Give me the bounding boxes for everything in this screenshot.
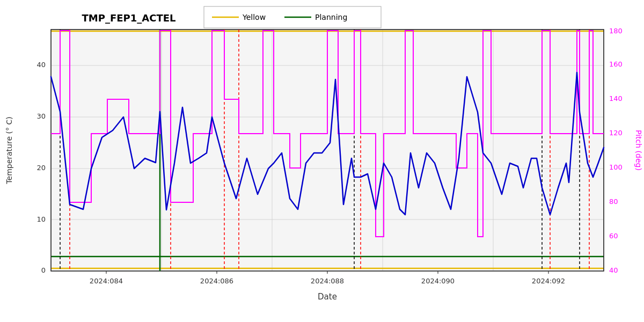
x-tick-090: 2024:090 [421, 277, 455, 285]
y-right-tick-40: 40 [609, 266, 618, 274]
legend-planning-label: Planning [315, 13, 347, 21]
y-right-tick-180: 180 [609, 27, 623, 35]
x-tick-088: 2024:088 [311, 277, 344, 285]
y-left-tick-20: 20 [36, 164, 46, 172]
legend-yellow-label: Yellow [242, 13, 266, 21]
y-left-label: Temperature (° C) [5, 116, 13, 184]
chart-container: 0 10 20 30 40 Temperature (° C) 40 60 80… [0, 0, 644, 322]
y-left-tick-40: 40 [36, 61, 46, 69]
x-tick-092: 2024:092 [532, 277, 565, 285]
chart-title: TMP_FEP1_ACTEL [82, 12, 176, 24]
y-left-tick-30: 30 [36, 112, 46, 120]
x-axis-label: Date [318, 292, 337, 302]
y-right-tick-140: 140 [609, 94, 623, 103]
y-right-label: Pitch (deg) [634, 130, 643, 171]
x-tick-086: 2024:086 [200, 277, 233, 285]
y-right-tick-60: 60 [609, 232, 618, 240]
y-left-tick-10: 10 [36, 215, 46, 223]
y-right-tick-80: 80 [609, 197, 618, 206]
y-right-tick-120: 120 [609, 129, 623, 137]
y-left-tick-0: 0 [41, 266, 46, 274]
y-right-tick-100: 100 [609, 163, 623, 171]
x-tick-084: 2024:084 [90, 277, 123, 285]
y-right-tick-160: 160 [609, 60, 623, 68]
